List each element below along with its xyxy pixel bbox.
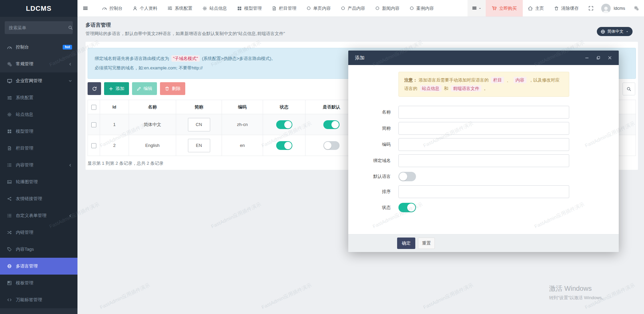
circle-icon: [341, 6, 345, 10]
circle-icon: [410, 6, 414, 10]
sidebar-item-模型管理[interactable]: 模型管理: [0, 123, 77, 140]
close-icon[interactable]: [608, 56, 612, 60]
list-icon: [7, 163, 12, 167]
note-chip[interactable]: 站点信息: [420, 85, 442, 92]
sidebar-item-友情链接管理[interactable]: 友情链接管理: [0, 190, 77, 207]
clear-cache-button[interactable]: 清除缓存: [549, 0, 584, 17]
column-header[interactable]: 状态: [263, 100, 305, 114]
add-button[interactable]: 添加: [104, 82, 129, 95]
sidebar-item-内容Tags[interactable]: 内容Tags: [0, 241, 77, 258]
chevron-left-icon: [68, 62, 72, 66]
column-header[interactable]: 名称: [129, 100, 176, 114]
sidebar-item-轮播图管理[interactable]: 轮播图管理: [0, 174, 77, 190]
field-label: 简称: [348, 125, 391, 131]
dialog-note: 注意： 添加语言后需要手动添加对应语言的 栏目 、 内容 ，以及修改对应语言的 …: [398, 72, 569, 97]
refresh-button[interactable]: [88, 82, 101, 95]
field-input-简称[interactable]: [398, 122, 569, 135]
delete-button[interactable]: 删除: [160, 82, 185, 95]
reset-button[interactable]: 重置: [418, 238, 435, 249]
home-icon: [528, 6, 533, 11]
caret-down-icon: [478, 7, 482, 10]
column-header[interactable]: 简称: [176, 100, 222, 114]
row-checkbox[interactable]: [91, 143, 96, 148]
sidebar-item-栏目管理[interactable]: 栏目管理: [0, 140, 77, 157]
column-header[interactable]: Id: [100, 100, 129, 114]
sidebar-item-站点信息[interactable]: 站点信息: [0, 106, 77, 123]
shuffle-icon: [7, 230, 12, 235]
topnav-item-产品内容[interactable]: 产品内容: [336, 0, 370, 17]
user-menu[interactable]: ldcms: [598, 0, 629, 17]
topnav-item-栏目管理[interactable]: 栏目管理: [267, 0, 301, 17]
maximize-icon[interactable]: [596, 56, 601, 60]
topnav-item-案例内容[interactable]: 案例内容: [405, 0, 439, 17]
sidebar-item-label: 企业官网管理: [16, 78, 42, 84]
minimize-icon[interactable]: [585, 56, 589, 60]
dialog-header[interactable]: 添加: [348, 51, 619, 65]
field-input-排序[interactable]: [398, 185, 569, 198]
status-toggle[interactable]: [276, 141, 292, 150]
cell-abbr-input[interactable]: EN: [188, 139, 210, 152]
field-toggle-默认语言[interactable]: [398, 172, 416, 181]
topnav-item-系统配置[interactable]: 系统配置: [162, 0, 197, 17]
topnav-item-个人资料[interactable]: 个人资料: [128, 0, 162, 17]
language-selector[interactable]: 简体中文: [597, 27, 633, 36]
sidebar-item-label: 模板管理: [16, 280, 33, 286]
form-row: 状态: [348, 203, 619, 212]
default-toggle[interactable]: [323, 141, 340, 150]
sidebar-item-label: 内容管理: [16, 162, 33, 168]
cell-code: en: [222, 135, 263, 156]
field-input-编码[interactable]: [398, 138, 569, 151]
edit-button[interactable]: 编辑: [132, 82, 157, 95]
chevron-left-icon: [68, 214, 72, 218]
gear-icon: [7, 112, 12, 117]
sidebar-search-input[interactable]: [9, 25, 68, 30]
cell-name: 简体中文: [129, 114, 176, 135]
sidebar-toggle-button[interactable]: [77, 0, 93, 17]
cell-abbr-input[interactable]: CN: [188, 118, 210, 131]
sidebar-item-label: 多语言管理: [16, 263, 38, 269]
topnav-item-新闻内容[interactable]: 新闻内容: [370, 0, 405, 17]
select-all-checkbox[interactable]: [91, 105, 96, 110]
sidebar-item-控制台[interactable]: 控制台hot: [0, 39, 77, 56]
topnav-item-控制台[interactable]: 控制台: [97, 0, 128, 17]
column-header[interactable]: 编码: [222, 100, 263, 114]
fullscreen-button[interactable]: [584, 0, 598, 17]
sidebar-item-多语言管理[interactable]: 多语言管理: [0, 258, 77, 275]
form-row: 排序: [348, 185, 619, 198]
topnav-item-站点信息[interactable]: 站点信息: [197, 0, 232, 17]
topnav-item-单页内容[interactable]: 单页内容: [301, 0, 336, 17]
ok-button[interactable]: 确定: [397, 238, 415, 249]
sidebar-item-内链管理[interactable]: 内链管理: [0, 224, 77, 241]
search-icon: [626, 87, 631, 91]
home-button[interactable]: 主页: [523, 0, 549, 17]
sidebar-item-模板管理[interactable]: 模板管理: [0, 275, 77, 291]
row-checkbox[interactable]: [91, 122, 96, 127]
page-subtitle: 管理网站的多语言，默认自带中英文2种语言，如果新增语言会默认复制中文的"站点信息…: [86, 31, 636, 37]
sidebar-item-自定义表单管理[interactable]: 自定义表单管理: [0, 207, 77, 224]
settings-button[interactable]: [629, 0, 644, 17]
field-input-名称[interactable]: [398, 106, 569, 119]
status-toggle[interactable]: [276, 120, 292, 129]
topnav-item-模型管理[interactable]: 模型管理: [232, 0, 267, 17]
default-toggle[interactable]: [323, 120, 340, 129]
plus-icon: [109, 87, 113, 91]
sidebar-item-企业官网管理[interactable]: 企业官网管理: [0, 72, 77, 89]
table-search-button[interactable]: [622, 83, 635, 95]
sidebar-item-系统配置[interactable]: 系统配置: [0, 89, 77, 106]
trash-icon: [165, 86, 169, 91]
sidebar-item-内容管理[interactable]: 内容管理: [0, 157, 77, 174]
dialog-form: 名称简称编码绑定域名默认语言排序状态: [348, 106, 619, 212]
sliders-icon: [7, 95, 12, 100]
note-chip[interactable]: 前端语言文件: [451, 85, 481, 92]
sidebar-item-万能标签管理[interactable]: 万能标签管理: [0, 291, 77, 308]
sidebar-item-常规管理[interactable]: 常规管理: [0, 56, 77, 72]
circle-icon: [375, 6, 380, 10]
buy-now-button[interactable]: 立即购买: [486, 0, 523, 17]
tabs-dropdown-button[interactable]: [468, 0, 486, 17]
template-icon: [7, 281, 12, 285]
sidebar-item-label: 万能标签管理: [16, 297, 42, 303]
cell-name: English: [129, 135, 176, 156]
alert-code-chip: "子域名模式": [171, 55, 200, 62]
field-input-绑定域名[interactable]: [398, 154, 569, 167]
field-toggle-状态[interactable]: [398, 203, 416, 212]
